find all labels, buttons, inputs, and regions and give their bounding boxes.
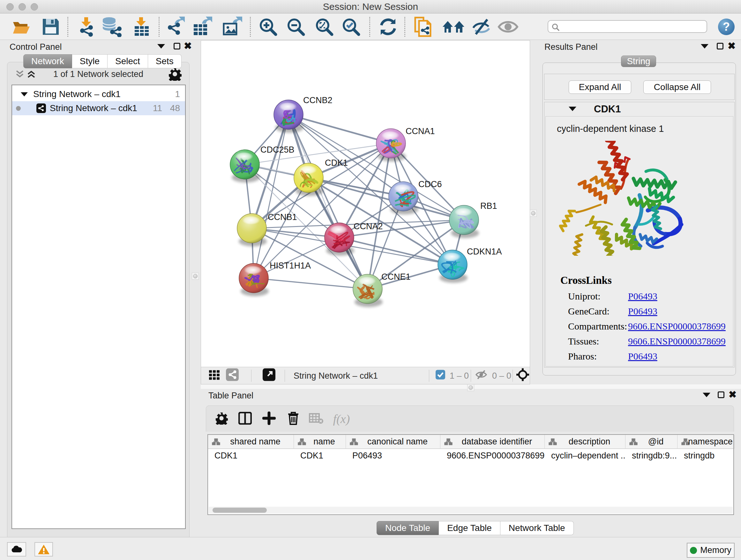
- column-header--id[interactable]: @id: [625, 435, 677, 449]
- column-header-namespace[interactable]: namespace: [677, 435, 735, 449]
- save-session-icon[interactable]: [42, 17, 60, 36]
- collapse-all-button[interactable]: Collapse All: [643, 80, 711, 94]
- tab-select[interactable]: Select: [108, 54, 148, 68]
- export-network-icon[interactable]: [165, 17, 185, 37]
- share-network-button-icon[interactable]: [226, 368, 239, 383]
- control-panel: Control Panel ✖ Network Style Select Set…: [3, 40, 191, 537]
- section-collapse-icon[interactable]: [569, 107, 576, 111]
- tab-edge-table[interactable]: Edge Table: [439, 521, 500, 535]
- import-table-icon[interactable]: [132, 17, 151, 37]
- delete-table-icon[interactable]: [309, 413, 324, 425]
- results-card: Expand All Collapse All CDK1 cyclin-depe…: [542, 63, 736, 375]
- add-column-icon[interactable]: [262, 412, 276, 426]
- panel-menu-icon[interactable]: [701, 44, 709, 49]
- column-header-shared-name[interactable]: shared name: [208, 435, 294, 449]
- column-header-name[interactable]: name: [294, 435, 346, 449]
- tree-expand-icon[interactable]: [21, 92, 28, 97]
- table-cell[interactable]: cyclin–dependent ...: [545, 449, 625, 462]
- protein-section-header[interactable]: CDK1: [544, 102, 734, 116]
- tab-network[interactable]: Network: [23, 54, 72, 68]
- cytoscape-window: Session: New Session: [0, 0, 741, 560]
- birdseye-grid-icon[interactable]: [209, 369, 220, 382]
- import-network-database-icon[interactable]: [101, 17, 122, 37]
- tab-sets[interactable]: Sets: [148, 54, 182, 68]
- export-image-icon[interactable]: [222, 17, 243, 37]
- show-all-eye-icon[interactable]: [497, 20, 519, 34]
- network-collection-row[interactable]: String Network – cdk1 1: [12, 87, 185, 101]
- table-cell[interactable]: CDK1: [208, 449, 294, 462]
- table-horizontal-scrollbar[interactable]: [209, 507, 733, 514]
- home-icon[interactable]: [442, 18, 465, 35]
- zoom-out-icon[interactable]: [286, 17, 306, 37]
- show-columns-icon[interactable]: [239, 412, 252, 426]
- tab-node-table[interactable]: Node Table: [377, 521, 439, 535]
- table-cell[interactable]: CDK1: [294, 449, 346, 462]
- clone-network-icon[interactable]: [414, 16, 432, 37]
- export-table-icon[interactable]: [192, 17, 213, 37]
- table-toolbar: f(x): [206, 406, 734, 432]
- network-options-gear-icon[interactable]: [168, 67, 182, 82]
- network-node-cdk1: [294, 163, 324, 196]
- column-header-database-identifier[interactable]: database identifier: [441, 435, 545, 449]
- network-view-title: String Network – cdk1: [293, 371, 378, 381]
- left-splitter-handle[interactable]: [192, 273, 199, 280]
- current-network-dot-icon: [16, 106, 21, 111]
- svg-text:CCNA2: CCNA2: [354, 222, 383, 231]
- toolbar-separator: [404, 17, 405, 37]
- cloud-status-button[interactable]: [7, 542, 26, 557]
- column-header-description[interactable]: description: [545, 435, 625, 449]
- column-header-canonical-name[interactable]: canonical name: [346, 435, 441, 449]
- table-settings-gear-icon[interactable]: [215, 412, 228, 426]
- panel-close-icon[interactable]: ✖: [728, 42, 736, 50]
- status-separator: [429, 370, 429, 382]
- svg-text:CCNE1: CCNE1: [381, 272, 411, 282]
- panel-float-icon[interactable]: [174, 43, 180, 50]
- tab-style[interactable]: Style: [72, 54, 108, 68]
- network-tree: String Network – cdk1 1 String Network –…: [11, 84, 186, 529]
- panel-menu-icon[interactable]: [703, 393, 711, 397]
- network-node-cdc25b: [230, 150, 260, 183]
- crosslink-link[interactable]: P06493: [628, 291, 657, 302]
- memory-button[interactable]: Memory: [687, 543, 735, 558]
- table-panel-title: Table Panel: [208, 391, 253, 401]
- tab-string[interactable]: String: [621, 56, 656, 67]
- crosslink-link[interactable]: P06493: [628, 306, 657, 317]
- hidden-eye-slash-icon[interactable]: [475, 370, 488, 381]
- zoom-fit-icon[interactable]: [315, 17, 334, 37]
- warning-status-button[interactable]: [35, 542, 53, 557]
- network-canvas[interactable]: CCNB2CCNA1CDC25BCDK1CDC6RB1CCNB1CCNA2CDK…: [201, 41, 530, 367]
- right-splitter-handle[interactable]: [530, 210, 537, 217]
- scrollbar-thumb[interactable]: [212, 508, 267, 513]
- crosslink-link[interactable]: 9606.ENSP00000378699: [628, 336, 726, 347]
- refresh-icon[interactable]: [378, 17, 398, 36]
- table-cell[interactable]: stringdb:9...: [625, 449, 677, 462]
- zoom-in-icon[interactable]: [259, 17, 278, 37]
- protein-description: cyclin-dependent kinase 1: [557, 124, 664, 134]
- search-input[interactable]: [548, 20, 707, 33]
- crosslink-link[interactable]: P06493: [628, 351, 657, 362]
- panel-close-icon[interactable]: ✖: [184, 42, 192, 50]
- panel-menu-icon[interactable]: [157, 44, 165, 49]
- import-network-file-icon[interactable]: [77, 17, 96, 37]
- expand-all-button[interactable]: Expand All: [569, 80, 631, 94]
- open-session-icon[interactable]: [12, 17, 31, 36]
- panel-float-icon[interactable]: [717, 43, 724, 50]
- tab-network-table[interactable]: Network Table: [500, 521, 574, 535]
- delete-column-icon[interactable]: [287, 411, 299, 427]
- network-row[interactable]: String Network – cdk1 11 48: [12, 101, 185, 115]
- panel-close-icon[interactable]: ✖: [729, 391, 737, 398]
- help-button[interactable]: ?: [718, 18, 735, 35]
- table-cell[interactable]: 9606.ENSP00000378699: [441, 449, 545, 462]
- table-cell[interactable]: P06493: [346, 449, 441, 462]
- zoom-selected-icon[interactable]: [341, 17, 360, 37]
- crosslink-link[interactable]: 9606.ENSP00000378699: [628, 321, 726, 332]
- hide-selected-eye-icon[interactable]: [471, 18, 492, 36]
- panel-float-icon[interactable]: [718, 391, 724, 398]
- crosslink-label: Compartments:: [568, 321, 627, 332]
- crosshair-icon[interactable]: [516, 368, 530, 384]
- status-separator: [471, 370, 471, 382]
- function-builder-icon[interactable]: f(x): [333, 412, 350, 426]
- table-cell[interactable]: stringdb: [677, 449, 735, 462]
- selected-checkbox-icon[interactable]: [435, 369, 446, 382]
- open-in-new-window-icon[interactable]: [263, 368, 275, 383]
